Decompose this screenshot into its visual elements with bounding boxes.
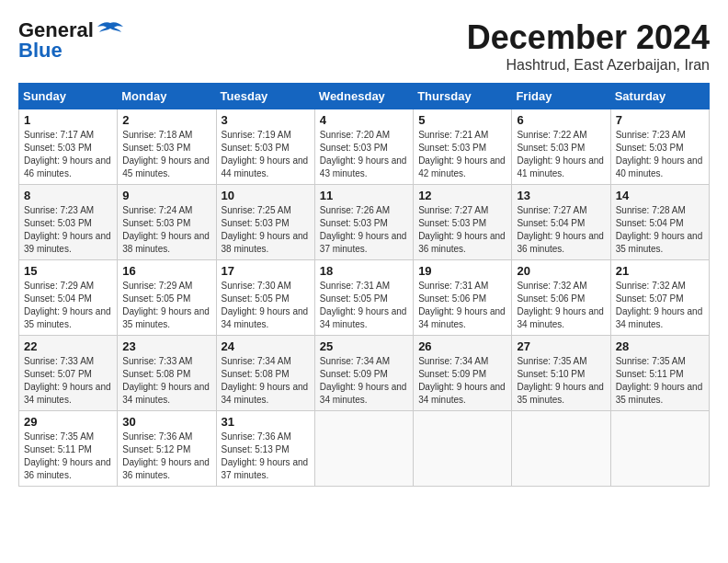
calendar-cell: 18Sunrise: 7:31 AMSunset: 5:05 PMDayligh… (314, 260, 413, 336)
day-info: Sunrise: 7:33 AMSunset: 5:08 PMDaylight:… (122, 355, 210, 407)
day-info: Sunrise: 7:18 AMSunset: 5:03 PMDaylight:… (122, 129, 210, 180)
day-info: Sunrise: 7:20 AMSunset: 5:03 PMDaylight:… (320, 129, 408, 180)
weekday-header: Saturday (610, 84, 709, 109)
day-info: Sunrise: 7:22 AMSunset: 5:03 PMDaylight:… (517, 129, 605, 180)
day-info: Sunrise: 7:19 AMSunset: 5:03 PMDaylight:… (222, 129, 310, 180)
calendar-cell: 17Sunrise: 7:30 AMSunset: 5:05 PMDayligh… (216, 260, 314, 336)
day-number: 20 (517, 264, 605, 278)
day-info: Sunrise: 7:35 AMSunset: 5:11 PMDaylight:… (24, 431, 112, 482)
weekday-header-row: SundayMondayTuesdayWednesdayThursdayFrid… (19, 84, 710, 109)
day-info: Sunrise: 7:26 AMSunset: 5:03 PMDaylight:… (320, 204, 408, 256)
logo: General Blue (18, 18, 123, 63)
page-container: General Blue December 2024 Hashtrud, Eas… (18, 18, 710, 487)
calendar-week-row: 22Sunrise: 7:33 AMSunset: 5:07 PMDayligh… (19, 336, 710, 411)
day-number: 27 (517, 339, 605, 353)
calendar-cell: 11Sunrise: 7:26 AMSunset: 5:03 PMDayligh… (314, 185, 413, 260)
day-number: 16 (122, 264, 210, 278)
calendar-cell: 10Sunrise: 7:25 AMSunset: 5:03 PMDayligh… (216, 185, 314, 260)
day-number: 9 (122, 189, 210, 202)
day-number: 22 (24, 339, 112, 353)
calendar-table: SundayMondayTuesdayWednesdayThursdayFrid… (18, 83, 710, 487)
day-info: Sunrise: 7:32 AMSunset: 5:06 PMDaylight:… (517, 280, 605, 331)
day-info: Sunrise: 7:35 AMSunset: 5:10 PMDaylight:… (517, 355, 605, 407)
day-number: 14 (616, 189, 704, 202)
day-info: Sunrise: 7:34 AMSunset: 5:09 PMDaylight:… (418, 355, 506, 407)
calendar-cell: 24Sunrise: 7:34 AMSunset: 5:08 PMDayligh… (216, 336, 314, 411)
day-number: 18 (320, 264, 408, 278)
day-number: 28 (616, 339, 704, 353)
calendar-cell: 26Sunrise: 7:34 AMSunset: 5:09 PMDayligh… (414, 336, 512, 411)
calendar-cell: 6Sunrise: 7:22 AMSunset: 5:03 PMDaylight… (512, 109, 610, 185)
calendar-cell: 25Sunrise: 7:34 AMSunset: 5:09 PMDayligh… (314, 336, 413, 411)
calendar-cell: 8Sunrise: 7:23 AMSunset: 5:03 PMDaylight… (19, 185, 118, 260)
day-info: Sunrise: 7:24 AMSunset: 5:03 PMDaylight:… (122, 204, 210, 256)
day-number: 4 (320, 113, 408, 127)
day-number: 3 (222, 113, 310, 127)
calendar-cell: 15Sunrise: 7:29 AMSunset: 5:04 PMDayligh… (19, 260, 118, 336)
day-info: Sunrise: 7:33 AMSunset: 5:07 PMDaylight:… (24, 355, 112, 407)
day-number: 26 (418, 339, 506, 353)
calendar-cell (414, 411, 512, 487)
day-number: 24 (222, 339, 310, 353)
calendar-cell (512, 411, 610, 487)
day-number: 31 (222, 415, 310, 429)
calendar-cell: 23Sunrise: 7:33 AMSunset: 5:08 PMDayligh… (118, 336, 216, 411)
calendar-cell: 28Sunrise: 7:35 AMSunset: 5:11 PMDayligh… (610, 336, 709, 411)
day-info: Sunrise: 7:31 AMSunset: 5:05 PMDaylight:… (320, 280, 408, 331)
calendar-week-row: 8Sunrise: 7:23 AMSunset: 5:03 PMDaylight… (19, 185, 710, 260)
day-number: 30 (122, 415, 210, 429)
day-info: Sunrise: 7:36 AMSunset: 5:13 PMDaylight:… (222, 431, 310, 482)
day-info: Sunrise: 7:21 AMSunset: 5:03 PMDaylight:… (418, 129, 506, 180)
calendar-cell: 19Sunrise: 7:31 AMSunset: 5:06 PMDayligh… (414, 260, 512, 336)
day-info: Sunrise: 7:31 AMSunset: 5:06 PMDaylight:… (418, 280, 506, 331)
calendar-week-row: 29Sunrise: 7:35 AMSunset: 5:11 PMDayligh… (19, 411, 710, 487)
day-number: 5 (418, 113, 506, 127)
day-info: Sunrise: 7:28 AMSunset: 5:04 PMDaylight:… (616, 204, 704, 256)
calendar-week-row: 1Sunrise: 7:17 AMSunset: 5:03 PMDaylight… (19, 109, 710, 185)
day-info: Sunrise: 7:36 AMSunset: 5:12 PMDaylight:… (122, 431, 210, 482)
day-info: Sunrise: 7:34 AMSunset: 5:08 PMDaylight:… (222, 355, 310, 407)
calendar-cell: 7Sunrise: 7:23 AMSunset: 5:03 PMDaylight… (610, 109, 709, 185)
month-title: December 2024 (467, 18, 710, 57)
day-info: Sunrise: 7:27 AMSunset: 5:03 PMDaylight:… (418, 204, 506, 256)
weekday-header: Monday (118, 84, 216, 109)
calendar-cell: 29Sunrise: 7:35 AMSunset: 5:11 PMDayligh… (19, 411, 118, 487)
calendar-cell: 30Sunrise: 7:36 AMSunset: 5:12 PMDayligh… (118, 411, 216, 487)
location-subtitle: Hashtrud, East Azerbaijan, Iran (467, 57, 710, 74)
day-number: 6 (517, 113, 605, 127)
day-number: 21 (616, 264, 704, 278)
calendar-cell: 2Sunrise: 7:18 AMSunset: 5:03 PMDaylight… (118, 109, 216, 185)
day-info: Sunrise: 7:23 AMSunset: 5:03 PMDaylight:… (616, 129, 704, 180)
day-info: Sunrise: 7:25 AMSunset: 5:03 PMDaylight:… (222, 204, 310, 256)
calendar-cell: 12Sunrise: 7:27 AMSunset: 5:03 PMDayligh… (414, 185, 512, 260)
calendar-cell (314, 411, 413, 487)
day-number: 17 (222, 264, 310, 278)
calendar-cell: 9Sunrise: 7:24 AMSunset: 5:03 PMDaylight… (118, 185, 216, 260)
day-number: 8 (24, 189, 112, 202)
weekday-header: Thursday (414, 84, 512, 109)
day-number: 29 (24, 415, 112, 429)
calendar-cell: 14Sunrise: 7:28 AMSunset: 5:04 PMDayligh… (610, 185, 709, 260)
weekday-header: Friday (512, 84, 610, 109)
calendar-cell: 5Sunrise: 7:21 AMSunset: 5:03 PMDaylight… (414, 109, 512, 185)
day-number: 2 (122, 113, 210, 127)
calendar-week-row: 15Sunrise: 7:29 AMSunset: 5:04 PMDayligh… (19, 260, 710, 336)
day-info: Sunrise: 7:29 AMSunset: 5:05 PMDaylight:… (122, 280, 210, 331)
calendar-cell: 16Sunrise: 7:29 AMSunset: 5:05 PMDayligh… (118, 260, 216, 336)
day-number: 12 (418, 189, 506, 202)
day-number: 13 (517, 189, 605, 202)
day-number: 10 (222, 189, 310, 202)
day-number: 11 (320, 189, 408, 202)
day-info: Sunrise: 7:35 AMSunset: 5:11 PMDaylight:… (616, 355, 704, 407)
day-number: 19 (418, 264, 506, 278)
header: General Blue December 2024 Hashtrud, Eas… (18, 18, 710, 74)
day-info: Sunrise: 7:27 AMSunset: 5:04 PMDaylight:… (517, 204, 605, 256)
day-number: 7 (616, 113, 704, 127)
calendar-cell: 3Sunrise: 7:19 AMSunset: 5:03 PMDaylight… (216, 109, 314, 185)
day-number: 23 (122, 339, 210, 353)
weekday-header: Wednesday (314, 84, 413, 109)
day-info: Sunrise: 7:32 AMSunset: 5:07 PMDaylight:… (616, 280, 704, 331)
day-number: 15 (24, 264, 112, 278)
title-section: December 2024 Hashtrud, East Azerbaijan,… (467, 18, 710, 74)
day-info: Sunrise: 7:23 AMSunset: 5:03 PMDaylight:… (24, 204, 112, 256)
